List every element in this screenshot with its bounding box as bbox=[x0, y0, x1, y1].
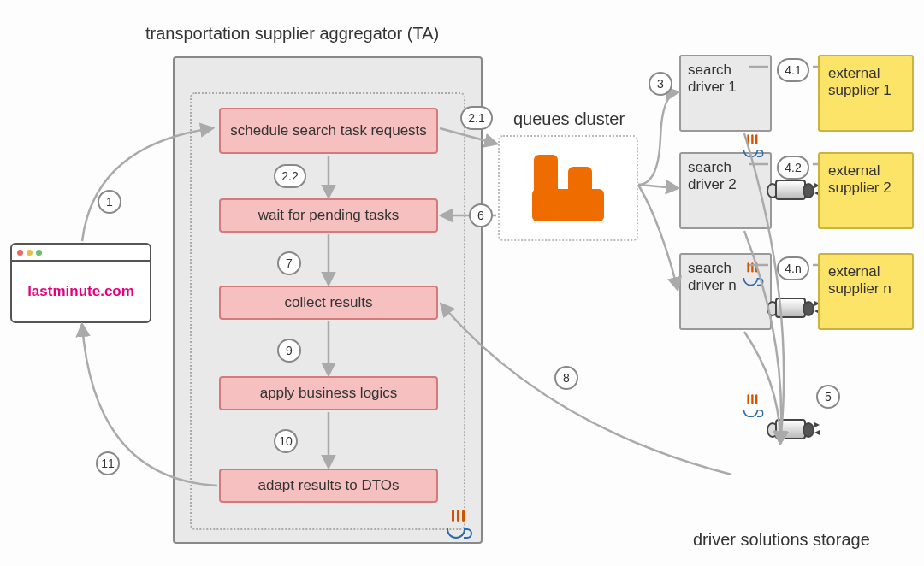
queues-cluster bbox=[498, 135, 638, 241]
driver-label: search driver 2 bbox=[688, 159, 737, 192]
badge-7: 7 bbox=[277, 251, 301, 275]
driver-label: search driver 1 bbox=[688, 62, 737, 95]
badge-1: 1 bbox=[98, 190, 121, 214]
step-wait: wait for pending tasks bbox=[219, 198, 438, 233]
badge-4-1: 4.1 bbox=[777, 58, 809, 82]
supplier-label: external supplier 1 bbox=[828, 65, 891, 98]
ta-title: transportation supplier aggregator (TA) bbox=[145, 24, 488, 44]
storage-label: driver solutions storage bbox=[693, 530, 870, 550]
badge-3: 3 bbox=[649, 72, 672, 96]
connector-cylinder-icon: ▸◂ bbox=[768, 419, 813, 439]
java-icon bbox=[740, 133, 763, 158]
badge-5: 5 bbox=[816, 385, 840, 409]
badge-4-n: 4.n bbox=[777, 256, 809, 280]
java-icon bbox=[740, 393, 763, 418]
rabbitmq-icon bbox=[532, 155, 604, 221]
queues-cluster-title: queues cluster bbox=[513, 109, 625, 129]
badge-2-2: 2.2 bbox=[274, 164, 306, 188]
external-supplier-2: external supplier 2 bbox=[818, 152, 914, 229]
connector-cylinder-icon: ▸◂ bbox=[768, 298, 813, 318]
java-icon bbox=[443, 508, 472, 539]
step-collect: collect results bbox=[219, 286, 438, 320]
driver-label: search driver n bbox=[688, 260, 737, 293]
supplier-label: external supplier n bbox=[828, 263, 891, 297]
supplier-label: external supplier 2 bbox=[828, 162, 891, 196]
badge-6: 6 bbox=[469, 203, 493, 227]
connector-cylinder-icon: ▸◂ bbox=[768, 180, 813, 200]
browser-window: lastminute.com bbox=[10, 243, 151, 323]
traffic-light-close-icon bbox=[17, 250, 23, 256]
badge-9: 9 bbox=[277, 339, 301, 363]
search-driver-2: search driver 2 bbox=[679, 152, 772, 229]
badge-4-2: 4.2 bbox=[777, 156, 809, 180]
external-supplier-n: external supplier n bbox=[818, 253, 914, 330]
badge-11: 11 bbox=[96, 451, 120, 475]
brand-logo-text: lastminute.com bbox=[27, 283, 134, 300]
badge-10: 10 bbox=[274, 429, 298, 453]
traffic-light-max-icon bbox=[36, 250, 42, 256]
traffic-light-min-icon bbox=[27, 250, 33, 256]
badge-8: 8 bbox=[554, 366, 578, 390]
search-driver-1: search driver 1 bbox=[679, 55, 772, 132]
step-apply: apply business logics bbox=[219, 376, 438, 410]
external-supplier-1: external supplier 1 bbox=[818, 55, 914, 132]
browser-titlebar bbox=[12, 245, 150, 262]
java-icon bbox=[740, 262, 763, 286]
step-schedule: schedule search task requests bbox=[219, 108, 438, 154]
step-adapt: adapt results to DTOs bbox=[219, 469, 438, 503]
badge-2-1: 2.1 bbox=[460, 106, 493, 130]
